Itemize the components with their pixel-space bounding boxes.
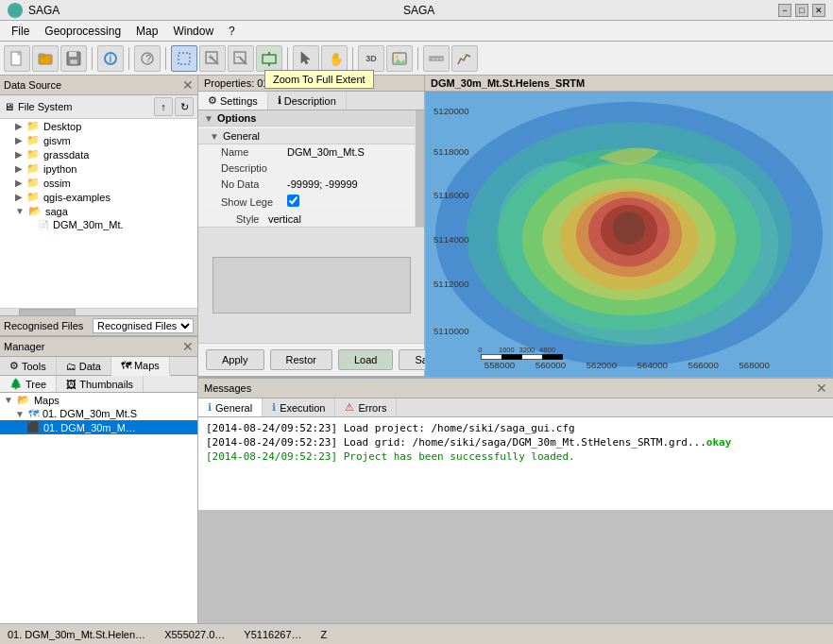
image-button[interactable] <box>386 45 413 72</box>
file-icon-dgm30m: 📄 <box>38 220 49 230</box>
fs-up-btn[interactable]: ↑ <box>154 97 173 116</box>
manager-subtab-tree[interactable]: 🌲 Tree <box>0 376 57 392</box>
tree-layer01[interactable]: ⬛ 01. DGM_30m_M… <box>0 420 197 434</box>
sep1 <box>92 47 93 70</box>
pointer-button[interactable] <box>293 45 319 72</box>
folder-icon-grassdata: 📁 <box>26 148 40 161</box>
map-canvas[interactable]: 5120000 5118000 5116000 5114000 5112000 … <box>425 92 833 377</box>
preview-area <box>198 227 424 344</box>
msg-okay-2: okay <box>706 436 732 449</box>
apply-button[interactable]: Apply <box>206 349 264 370</box>
options-section-header[interactable]: ▼ Options <box>198 110 415 127</box>
layer01-label: 01. DGM_30m_M… <box>43 422 136 433</box>
msg-line-3: [2014-08-24/09:52:23] Project has been s… <box>206 449 825 464</box>
tree-label-ipython: ipython <box>43 163 76 175</box>
load-button[interactable]: Load <box>338 349 393 370</box>
svg-text:562000: 562000 <box>586 360 618 370</box>
maps-root-label: Maps <box>34 395 60 406</box>
menu-window[interactable]: Window <box>165 23 221 40</box>
messages-close[interactable]: ✕ <box>816 381 827 396</box>
save-button[interactable] <box>60 45 87 72</box>
msg-tab-execution[interactable]: ℹ Execution <box>263 398 335 416</box>
svg-rect-58 <box>522 354 543 359</box>
prop-show-legend-label: Show Lege <box>202 196 287 208</box>
svg-text:5116000: 5116000 <box>434 190 469 200</box>
folder-icon-gisvm: 📁 <box>26 134 40 146</box>
3d-button[interactable]: 3D <box>358 45 384 72</box>
minimize-btn[interactable]: − <box>778 4 791 17</box>
props-tab-settings[interactable]: ⚙ Settings <box>198 92 268 110</box>
scrollbar-area[interactable] <box>0 308 197 315</box>
tree-item-dgm30m[interactable]: ▶ 📄 DGM_30m_Mt. <box>0 218 197 231</box>
props-tab-description[interactable]: ℹ Description <box>268 92 347 110</box>
properties-panel: Properties: 01. DGM_30m_M… ⚙ Settings ℹ … <box>198 76 425 377</box>
thumbnails-icon: 🖼 <box>66 379 76 390</box>
svg-text:✋: ✋ <box>329 51 342 66</box>
restore-button[interactable]: Restor <box>270 349 332 370</box>
new-button[interactable] <box>4 45 30 72</box>
zoom-full-button[interactable] <box>256 45 282 72</box>
maps-label: Maps <box>134 360 160 371</box>
tree-maps-root[interactable]: ▼ 📂 Maps <box>0 393 197 407</box>
tree-item-ossim[interactable]: ▶ 📁 ossim <box>0 176 197 190</box>
manager-tab-tools[interactable]: ⚙ Tools <box>0 357 57 375</box>
svg-rect-10 <box>178 53 190 64</box>
map01-label: 01. DGM_30m_Mt.S <box>42 408 137 419</box>
folder-icon-desktop: 📁 <box>26 120 40 132</box>
msg-line-1: [2014-08-24/09:52:23] Load project: /hom… <box>206 421 825 435</box>
profile-button[interactable] <box>451 45 478 72</box>
tree-label-gisvm: gisvm <box>43 135 71 146</box>
svg-text:i: i <box>110 54 112 64</box>
svg-marker-18 <box>268 52 270 55</box>
properties-title: Properties: 01. DGM_30m_M… <box>204 77 349 89</box>
tree-item-grassdata[interactable]: ▶ 📁 grassdata <box>0 147 197 161</box>
tree-item-gisvm[interactable]: ▶ 📁 gisvm <box>0 133 197 147</box>
app-icon <box>8 3 23 18</box>
zoom-in-button[interactable]: + <box>199 45 226 72</box>
tree-item-ipython[interactable]: ▶ 📁 ipython <box>0 161 197 176</box>
menu-map[interactable]: Map <box>128 23 165 40</box>
tree-item-saga[interactable]: ▼ 📂 saga <box>0 204 197 218</box>
prop-show-legend-value[interactable] <box>287 195 411 209</box>
manager-tabs: ⚙ Tools 🗂 Data 🗺 Maps <box>0 357 197 376</box>
messages-tabs: ℹ General ℹ Execution ⚠ Errors <box>198 398 833 417</box>
properties-button[interactable]: i <box>97 45 124 72</box>
help-button[interactable]: ? <box>134 45 161 72</box>
prop-style-label: Style <box>202 213 268 225</box>
settings-content: ▼ Options ▼ General Name DGM_30m_Mt.S <box>198 110 416 227</box>
manager-tab-maps[interactable]: 🗺 Maps <box>111 357 170 376</box>
arrow-map01: ▼ <box>15 409 25 419</box>
arrow-gisvm: ▶ <box>15 135 23 145</box>
zoom-out-button[interactable]: − <box>228 45 254 72</box>
pan-button[interactable]: ✋ <box>321 45 348 72</box>
arrow-grassdata: ▶ <box>15 149 23 160</box>
prop-show-legend: Show Lege <box>198 193 415 212</box>
sep4 <box>287 47 288 70</box>
recog-files-select[interactable]: Recognised Files <box>93 318 194 333</box>
fs-refresh-btn[interactable]: ↻ <box>175 97 194 116</box>
general-section-header[interactable]: ▼ General <box>198 128 415 144</box>
tree-item-desktop[interactable]: ▶ 📁 Desktop <box>0 119 197 133</box>
tree-map01[interactable]: ▼ 🗺 01. DGM_30m_Mt.S <box>0 407 197 420</box>
data-source-close[interactable]: ✕ <box>182 77 194 93</box>
menu-geoprocessing[interactable]: Geoprocessing <box>37 23 128 40</box>
msg-tab-errors[interactable]: ⚠ Errors <box>335 398 397 416</box>
close-btn[interactable]: ✕ <box>812 4 825 17</box>
menu-help[interactable]: ? <box>221 23 243 40</box>
options-label: Options <box>217 112 257 124</box>
manager-close[interactable]: ✕ <box>182 339 194 354</box>
msg-tab-general[interactable]: ℹ General <box>198 398 263 416</box>
manager-subtab-thumbnails[interactable]: 🖼 Thumbnails <box>57 376 144 392</box>
open-button[interactable] <box>32 45 59 72</box>
maximize-btn[interactable]: □ <box>795 4 808 17</box>
svg-text:5120000: 5120000 <box>434 106 469 116</box>
menu-file[interactable]: File <box>4 23 37 40</box>
tree-item-qgis[interactable]: ▶ 📁 qgis-examples <box>0 190 197 204</box>
show-legend-checkbox[interactable] <box>287 195 299 207</box>
svg-rect-56 <box>482 354 502 359</box>
ruler-button[interactable] <box>423 45 450 72</box>
manager-tab-data[interactable]: 🗂 Data <box>57 357 111 375</box>
select-area-button[interactable] <box>171 45 197 72</box>
status-x: X555027.0… <box>164 629 225 640</box>
tree-label-dgm30m: DGM_30m_Mt. <box>53 219 124 230</box>
